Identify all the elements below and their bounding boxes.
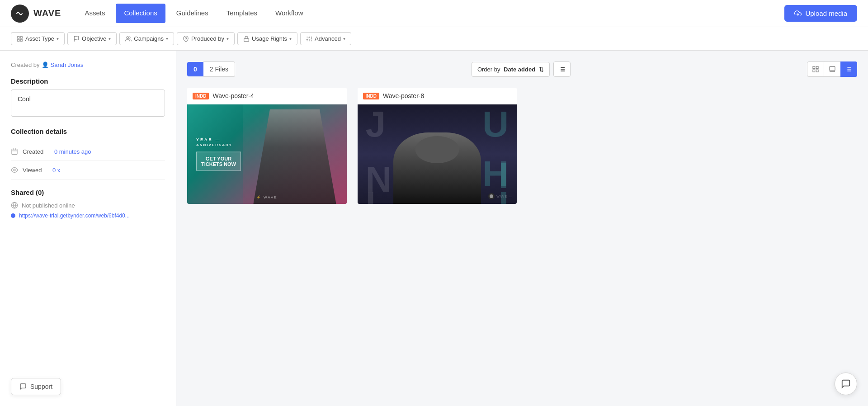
nav-item-templates[interactable]: Templates xyxy=(217,0,266,27)
filter-asset-type[interactable]: Asset Type ▾ xyxy=(11,32,65,45)
upload-media-button[interactable]: Upload media xyxy=(784,5,857,22)
files-header: 0 2 Files Order by Date added ⇅ xyxy=(187,61,857,77)
filter-usage-rights[interactable]: Usage Rights ▾ xyxy=(237,32,297,45)
svg-rect-34 xyxy=(813,70,815,72)
support-label: Support xyxy=(30,383,52,390)
nav-item-workflow[interactable]: Workflow xyxy=(266,0,312,27)
chevron-down-icon-camp: ▾ xyxy=(166,36,168,41)
chevron-down-icon-adv: ▾ xyxy=(343,36,345,41)
viewed-detail-row: Viewed 0 x xyxy=(11,161,165,179)
created-label: Created xyxy=(23,148,43,155)
order-select[interactable]: Order by Date added ⇅ xyxy=(472,62,550,77)
order-by-label: Order by xyxy=(477,66,502,73)
logo-icon xyxy=(11,5,29,23)
svg-point-23 xyxy=(14,169,15,171)
created-time: 0 minutes ago xyxy=(54,148,91,155)
asset-2-thumbnail: J U N I H L I xyxy=(358,104,517,204)
asset-2-name: Wave-poster-8 xyxy=(383,92,424,99)
svg-point-7 xyxy=(127,36,129,38)
svg-point-8 xyxy=(185,38,187,39)
description-label: Description xyxy=(11,77,165,85)
count-badge: 0 xyxy=(187,62,203,76)
svg-rect-35 xyxy=(816,70,818,72)
filter-produced-by[interactable]: Produced by ▾ xyxy=(177,32,235,45)
nav-items: Assets Collections Guidelines Templates … xyxy=(75,0,784,27)
svg-rect-33 xyxy=(816,66,818,69)
chat-widget-button[interactable] xyxy=(835,373,857,395)
grid-icon xyxy=(17,36,23,42)
nav-item-guidelines[interactable]: Guidelines xyxy=(167,0,217,27)
grid-view-icon xyxy=(812,66,819,73)
created-by-line: Created by 👤 Sarah Jonas xyxy=(11,61,165,68)
chevron-down-icon: ▾ xyxy=(57,36,59,41)
svg-rect-9 xyxy=(244,38,249,41)
svg-rect-5 xyxy=(20,39,22,41)
collection-details-label: Collection details xyxy=(11,127,165,135)
svg-rect-32 xyxy=(813,66,815,69)
nav-item-collections[interactable]: Collections xyxy=(116,4,165,23)
asset-2-badge: INDD xyxy=(363,93,379,99)
view-list-button[interactable] xyxy=(840,61,857,77)
order-value: Date added xyxy=(504,66,535,73)
asset-card-1-header: INDD Wave-poster-4 xyxy=(187,88,347,104)
media-view-icon xyxy=(829,66,836,73)
sliders-icon xyxy=(306,36,312,42)
order-sort-area: Order by Date added ⇅ xyxy=(472,61,571,77)
calendar-icon xyxy=(11,148,18,155)
top-nav: WAVE Assets Collections Guidelines Templ… xyxy=(0,0,868,27)
globe-icon xyxy=(11,202,18,209)
filter-asset-type-label: Asset Type xyxy=(25,35,54,42)
upload-media-label: Upload media xyxy=(805,9,847,17)
filter-produced-by-label: Produced by xyxy=(191,35,224,42)
filter-usage-rights-label: Usage Rights xyxy=(252,35,287,42)
asset-card-2[interactable]: INDD Wave-poster-8 J U N I xyxy=(358,88,517,204)
logo-text: WAVE xyxy=(33,8,61,19)
asset-1-thumbnail: YEAR — ANNIVERSARY GET YOUR TICKETS NOW … xyxy=(187,104,347,204)
filter-advanced[interactable]: Advanced ▾ xyxy=(300,32,351,45)
description-box[interactable]: Cool xyxy=(11,90,165,117)
asset-1-name: Wave-poster-4 xyxy=(212,92,254,99)
asset-card-1[interactable]: INDD Wave-poster-4 YEAR — ANNIVERSARY xyxy=(187,88,347,204)
chat-icon xyxy=(19,383,27,390)
left-sidebar: Created by 👤 Sarah Jonas Description Coo… xyxy=(0,51,176,406)
order-chevron-icon: ⇅ xyxy=(539,66,544,73)
filter-bar: Asset Type ▾ Objective ▾ Campaigns ▾ Pro… xyxy=(0,27,868,51)
files-label: 2 Files xyxy=(203,61,235,77)
viewed-label: Viewed xyxy=(23,167,42,174)
view-grid-button[interactable] xyxy=(807,61,824,77)
sort-icon xyxy=(558,66,566,73)
chat-widget-icon xyxy=(841,379,851,389)
view-toggle xyxy=(807,61,857,77)
pin-icon xyxy=(183,36,189,42)
poster1-text: YEAR — ANNIVERSARY GET YOUR TICKETS NOW xyxy=(196,138,241,171)
view-media-button[interactable] xyxy=(824,61,840,77)
support-button[interactable]: Support xyxy=(11,378,61,395)
list-view-icon xyxy=(845,66,852,73)
lock-icon xyxy=(243,36,250,42)
filter-objective-label: Objective xyxy=(82,35,106,42)
shared-label: Shared (0) xyxy=(11,189,165,196)
svg-rect-19 xyxy=(12,149,17,155)
not-published-row: Not published online xyxy=(11,202,165,209)
svg-rect-36 xyxy=(830,66,835,71)
asset-grid: INDD Wave-poster-4 YEAR — ANNIVERSARY xyxy=(187,88,857,204)
sort-direction-button[interactable] xyxy=(553,61,571,77)
filter-campaigns[interactable]: Campaigns ▾ xyxy=(119,32,174,45)
eye-icon xyxy=(11,166,18,174)
chevron-down-icon-obj: ▾ xyxy=(108,36,111,41)
people-icon xyxy=(125,36,132,42)
created-by-username[interactable]: Sarah Jonas xyxy=(51,61,84,68)
created-by-label: Created by xyxy=(11,61,40,68)
share-link-row[interactable]: https://wave-trial.getbynder.com/web/6bf… xyxy=(11,212,165,219)
filter-advanced-label: Advanced xyxy=(315,35,341,42)
share-link-dot xyxy=(11,213,15,218)
flag-icon xyxy=(73,36,80,42)
filter-campaigns-label: Campaigns xyxy=(134,35,164,42)
asset-card-2-header: INDD Wave-poster-8 xyxy=(358,88,517,104)
nav-item-assets[interactable]: Assets xyxy=(75,0,114,27)
user-icon: 👤 xyxy=(42,61,49,68)
filter-objective[interactable]: Objective ▾ xyxy=(67,32,117,45)
svg-rect-3 xyxy=(20,36,22,38)
asset-1-badge: INDD xyxy=(193,93,209,99)
right-content: 0 2 Files Order by Date added ⇅ xyxy=(176,51,868,406)
